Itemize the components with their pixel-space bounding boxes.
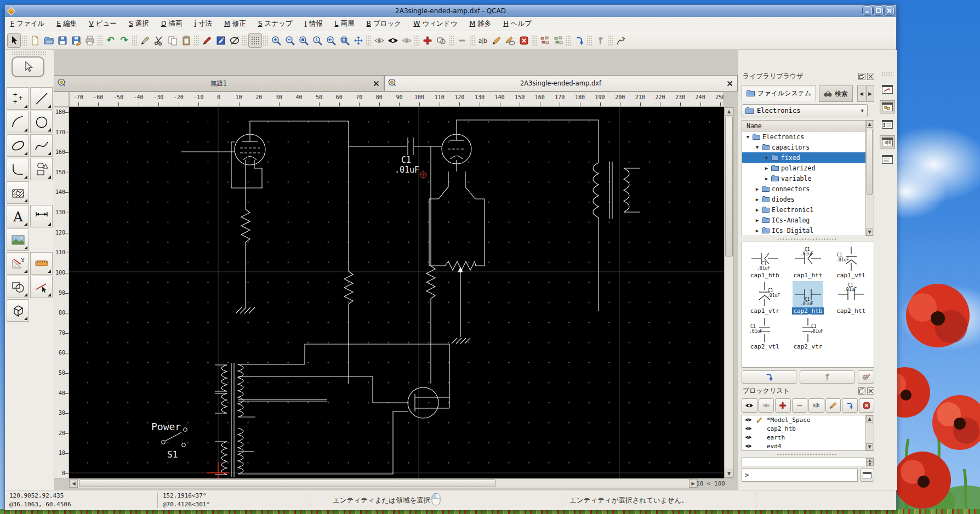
tab-filesystem[interactable]: ファイルシステム — [742, 85, 816, 101]
point-tool-button[interactable]: +++ — [7, 87, 29, 110]
text-label-button[interactable]: a|b — [808, 398, 824, 413]
projection-tools-button[interactable] — [7, 299, 29, 322]
menu-file[interactable]: F ファイル — [10, 19, 44, 28]
insert-part-button[interactable] — [742, 370, 796, 384]
tab-scroll-right[interactable]: ▶ — [866, 85, 874, 102]
zoom-window-button[interactable] — [338, 33, 351, 48]
delete-red-button[interactable] — [859, 398, 875, 413]
minimize-button[interactable] — [863, 6, 872, 15]
new-file-button[interactable] — [28, 33, 42, 48]
menu-dimension[interactable]: i 寸法 — [194, 19, 212, 28]
undo-button[interactable]: ↶ — [104, 33, 117, 48]
menu-snap[interactable]: S スナップ — [258, 19, 293, 28]
close-panel-button[interactable] — [867, 387, 874, 395]
block-tools-button[interactable] — [7, 276, 29, 298]
menu-misc[interactable]: M 雑多 — [469, 19, 491, 28]
float-panel-button[interactable] — [858, 387, 865, 395]
menu-select[interactable]: S 選択 — [129, 19, 149, 28]
remove-entity-button[interactable] — [455, 33, 469, 48]
up-directory-button[interactable] — [800, 370, 854, 384]
library-path-combobox[interactable]: Electronics ▼ — [742, 104, 868, 117]
polyline-tool-button[interactable] — [7, 158, 29, 180]
library-part-cap2_vtr[interactable]: C1.01uFcap2_vtr — [787, 316, 830, 351]
scroll-up-button[interactable]: ▲ — [725, 107, 733, 116]
library-part-cap2_vtl[interactable]: C1.01uFcap2_vtl — [743, 316, 787, 351]
chevron-right-icon[interactable]: ▶ — [763, 176, 770, 181]
command-history-spinner[interactable]: ▲ ▼ — [742, 458, 874, 466]
window-titlebar[interactable]: 2A3single-ended-amp.dxf - QCAD — [5, 5, 896, 17]
block-item-cap2_htb[interactable]: cap2_htb — [742, 424, 874, 433]
zoom-in-button[interactable] — [269, 33, 283, 48]
float-panel-button[interactable] — [858, 73, 865, 80]
redo-button[interactable]: ↷ — [117, 33, 131, 48]
remove-entity-button[interactable] — [792, 398, 808, 413]
tree-item-ICs-Digital[interactable]: ▶ICs-Digital — [742, 225, 874, 236]
return-arrow-up-button[interactable] — [593, 33, 607, 48]
scroll-down-button[interactable]: ▼ — [866, 443, 873, 450]
tree-item-variable[interactable]: ▶variable — [742, 173, 874, 184]
modify-tools-button[interactable] — [7, 252, 29, 275]
scroll-up-button[interactable]: ▲ — [866, 121, 873, 128]
chevron-right-icon[interactable]: ▶ — [754, 207, 761, 213]
edit-pad-button[interactable] — [214, 33, 227, 48]
tree-item-Electronic1[interactable]: ▶Electronic1 — [742, 204, 874, 215]
document-window-amp[interactable]: 2A3single-ended-amp.dxf — [384, 75, 738, 92]
chevron-right-icon[interactable]: ▶ — [754, 218, 761, 223]
pencil-ellipse-button[interactable] — [503, 33, 517, 48]
menu-view[interactable]: V ビュー — [89, 19, 117, 28]
chevron-right-icon[interactable]: ▶ — [754, 197, 761, 202]
tree-item-fixed[interactable]: ▼fixed — [742, 152, 874, 163]
eye-faded-button[interactable] — [759, 398, 774, 413]
copy-button[interactable] — [166, 33, 179, 48]
menu-draw[interactable]: D 描画 — [161, 19, 183, 28]
arc-tool-button[interactable] — [7, 111, 29, 133]
document-window-untitled[interactable]: 無題1 — [54, 75, 384, 92]
menu-modify[interactable]: M 修正 — [224, 19, 246, 28]
print-button[interactable] — [83, 33, 96, 48]
horizontal-scroll-thumb[interactable] — [79, 479, 495, 487]
zoom-out-button[interactable] — [283, 33, 297, 48]
delete-red-button[interactable] — [517, 33, 531, 48]
dimension-tool-button[interactable] — [30, 205, 53, 227]
menu-help[interactable]: H ヘルプ — [503, 19, 532, 28]
eye-solid-button[interactable] — [742, 398, 757, 413]
library-part-cap1_htt[interactable]: C1.01uFcap1_htt — [787, 244, 830, 280]
select-entity-button[interactable] — [434, 33, 448, 48]
scroll-down-button[interactable]: ▼ — [725, 470, 733, 478]
insert-arrow-down-button[interactable] — [842, 398, 858, 413]
draft-eye-button[interactable] — [372, 33, 386, 48]
property-editor-toggle-button[interactable] — [880, 83, 895, 96]
command-input[interactable]: > — [742, 469, 858, 482]
horizontal-scrollbar[interactable]: ◀ ▶ — [69, 478, 698, 488]
ellipse-tool-button[interactable] — [7, 134, 29, 157]
tree-item-ICs-Analog[interactable]: ▶ICs-Analog — [742, 215, 874, 225]
trim-tools-button[interactable] — [30, 276, 53, 298]
layer-list-toggle-button[interactable] — [880, 118, 895, 131]
scroll-left-button[interactable]: ◀ — [70, 479, 78, 488]
tree-scrollbar[interactable]: ▲ ▼ — [865, 121, 874, 236]
drawing-canvas[interactable]: C1 .01uF Power S1 — [69, 107, 724, 478]
tree-item-diodes[interactable]: ▶diodes — [742, 194, 874, 204]
tree-scroll-thumb[interactable] — [867, 129, 873, 195]
menu-edit[interactable]: E 編集 — [56, 19, 77, 28]
menu-info[interactable]: I 情報 — [305, 19, 323, 28]
library-part-cap1_htb[interactable]: C1.01uFcap1_htb — [743, 244, 787, 280]
red-pen-button[interactable] — [200, 33, 214, 48]
text-label-button[interactable]: a|b — [476, 33, 489, 48]
spline-tool-button[interactable] — [30, 134, 53, 157]
visibility-eye-icon[interactable] — [744, 434, 753, 441]
pencil-orange-button[interactable] — [489, 33, 503, 48]
open-file-button[interactable] — [42, 33, 55, 48]
chevron-right-icon[interactable]: ▶ — [754, 186, 761, 192]
vertical-scrollbar[interactable]: ▲ ▼ — [724, 107, 734, 478]
block-item-evd4[interactable]: evd4 — [742, 442, 874, 450]
insert-arrow-down-button[interactable] — [572, 33, 586, 48]
command-line-toggle-button[interactable] — [880, 153, 895, 166]
selection-tool-button[interactable] — [12, 56, 44, 77]
spin-up-button[interactable]: ▲ — [866, 458, 874, 462]
visibility-eye-icon[interactable] — [744, 443, 753, 449]
block-item-earth[interactable]: earth — [742, 433, 874, 442]
freehand-button[interactable] — [614, 33, 628, 48]
tree-item-connectors[interactable]: ▶connectors — [742, 184, 874, 194]
toolbar-handle[interactable] — [12, 51, 47, 55]
